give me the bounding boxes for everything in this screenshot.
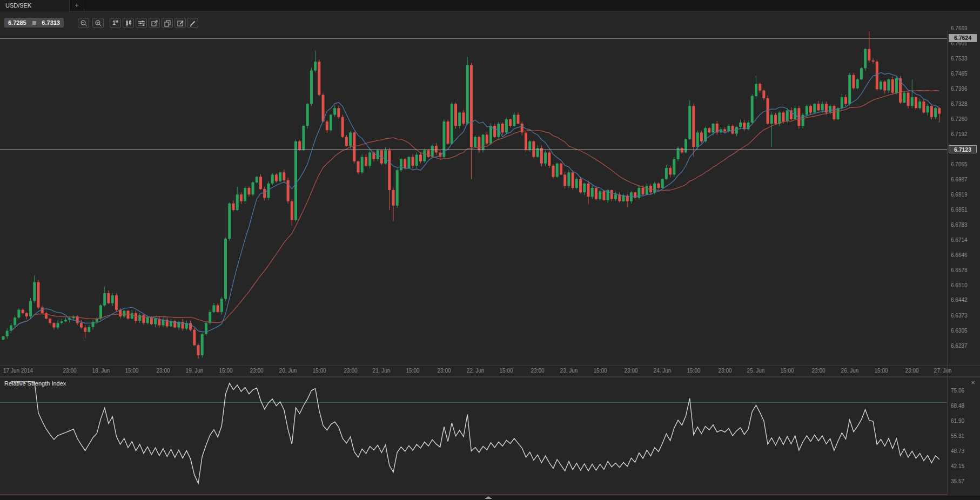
time-label: 23:00 [531, 368, 544, 374]
copy-chart-button[interactable] [162, 18, 173, 28]
candlestick-chart[interactable] [0, 31, 947, 365]
price-tick: 6.7055 [951, 161, 968, 168]
price-tick: 6.7192 [951, 131, 968, 138]
trading-app-window: USD/SEK + 6.7285 6.7313 1H [0, 0, 980, 500]
price-tick: 6.6510 [951, 282, 968, 289]
price-tick: 6.6442 [951, 297, 968, 303]
price-tick: 6.7396 [951, 86, 968, 92]
time-label: 18. Jun [92, 368, 110, 374]
bottom-strip [0, 496, 980, 500]
time-label: 15:00 [687, 368, 700, 374]
copy-icon [164, 19, 171, 27]
time-label: 25. Jun [747, 368, 765, 374]
price-tick: 6.7533 [951, 56, 968, 62]
rsi-tick: 68.48 [951, 403, 964, 409]
price-tick: 6.6783 [951, 222, 968, 228]
time-label: 23:00 [63, 368, 76, 374]
price-tick: 6.6237 [951, 343, 968, 349]
pencil-icon [189, 19, 197, 27]
price-tick: 6.6851 [951, 207, 968, 213]
rsi-tick: 42.15 [951, 463, 964, 470]
edit-icon [177, 19, 184, 27]
rsi-chart[interactable] [0, 377, 947, 496]
spread-square-icon [32, 21, 36, 25]
timeframe-button[interactable]: 1H [110, 18, 121, 28]
popout-chart-button[interactable] [149, 18, 160, 28]
time-label: 15:00 [780, 368, 794, 374]
draw-button[interactable] [187, 18, 198, 28]
bid-price: 6.7285 [8, 19, 26, 26]
time-label: 23:00 [811, 368, 825, 374]
chart-type-button[interactable] [123, 18, 134, 28]
time-label: 15:00 [406, 368, 419, 374]
current-price-line[interactable] [0, 150, 947, 150]
time-label: 15:00 [219, 368, 232, 374]
price-tick: 6.7328 [951, 101, 968, 107]
candlestick-icon [125, 19, 132, 27]
time-label: 23:00 [624, 368, 637, 374]
rsi-panel[interactable]: Relative Strength Index × 75.0668.4861.9… [0, 377, 980, 496]
time-label: 26. Jun [841, 368, 859, 374]
rsi-tick: 48.73 [951, 448, 964, 455]
rsi-title: Relative Strength Index [4, 380, 66, 387]
tab-bar: USD/SEK + [0, 0, 980, 11]
price-tick: 6.7465 [951, 71, 968, 77]
time-label: 15:00 [312, 368, 326, 374]
time-label: 15:00 [593, 368, 607, 374]
price-tick: 6.6373 [951, 313, 968, 319]
time-label: 22. Jun [467, 368, 485, 374]
panel-resize-handle[interactable] [485, 496, 492, 499]
time-label: 23:00 [905, 368, 918, 374]
time-label: 21. Jun [373, 368, 391, 374]
axis-border [947, 31, 948, 496]
time-label: 17 Jun 2014 [3, 368, 33, 374]
price-tick: 6.6714 [951, 237, 968, 244]
tab-usdsek[interactable]: USD/SEK [0, 0, 70, 11]
toolbar: 6.7285 6.7313 1H [0, 11, 980, 31]
popout-icon [151, 19, 158, 27]
quote-widget[interactable]: 6.7285 6.7313 [4, 18, 64, 28]
time-label: 27. Jun [934, 368, 952, 374]
timeframe-label: 1H [112, 19, 118, 26]
time-axis[interactable]: 17 Jun 201423:0018. Jun15:0023:0019. Jun… [0, 365, 980, 377]
time-label: 23:00 [344, 368, 357, 374]
time-label: 23:00 [156, 368, 170, 374]
time-label: 23:00 [437, 368, 451, 374]
price-chart-panel[interactable] [0, 31, 980, 365]
price-tick: 6.7669 [951, 25, 968, 32]
zoom-in-icon [95, 19, 102, 27]
time-label: 23. Jun [560, 368, 578, 374]
high-price-line[interactable] [0, 38, 947, 39]
time-label: 20. Jun [279, 368, 297, 374]
new-tab-button[interactable]: + [70, 0, 84, 11]
ask-price: 6.7313 [42, 19, 60, 26]
time-label: 15:00 [874, 368, 888, 374]
price-tick: 6.6919 [951, 192, 968, 198]
rsi-tick: 61.90 [951, 418, 964, 424]
zoom-in-button[interactable] [92, 18, 104, 28]
rsi-close-button[interactable]: × [969, 379, 977, 387]
time-label: 23:00 [250, 368, 263, 374]
price-tick: 6.7260 [951, 116, 968, 123]
price-tick: 6.6578 [951, 267, 968, 274]
edit-chart-button[interactable] [174, 18, 186, 28]
sliders-icon [138, 19, 145, 27]
high-price-badge: 6.7624 [949, 34, 977, 42]
time-label: 15:00 [499, 368, 513, 374]
rsi-tick: 55.31 [951, 433, 964, 440]
indicators-button[interactable] [136, 18, 147, 28]
rsi-tick: 75.06 [951, 388, 964, 394]
rsi-tick: 35.57 [951, 478, 964, 485]
price-tick: 6.6646 [951, 252, 968, 259]
time-label: 23:00 [718, 368, 731, 374]
current-price-badge: 6.7123 [949, 145, 977, 153]
time-label: 19. Jun [186, 368, 204, 374]
price-tick: 6.6987 [951, 177, 968, 183]
zoom-out-icon [80, 19, 88, 27]
zoom-out-button[interactable] [78, 18, 89, 28]
time-label: 24. Jun [654, 368, 672, 374]
price-tick: 6.6305 [951, 328, 968, 334]
time-label: 15:00 [125, 368, 138, 374]
